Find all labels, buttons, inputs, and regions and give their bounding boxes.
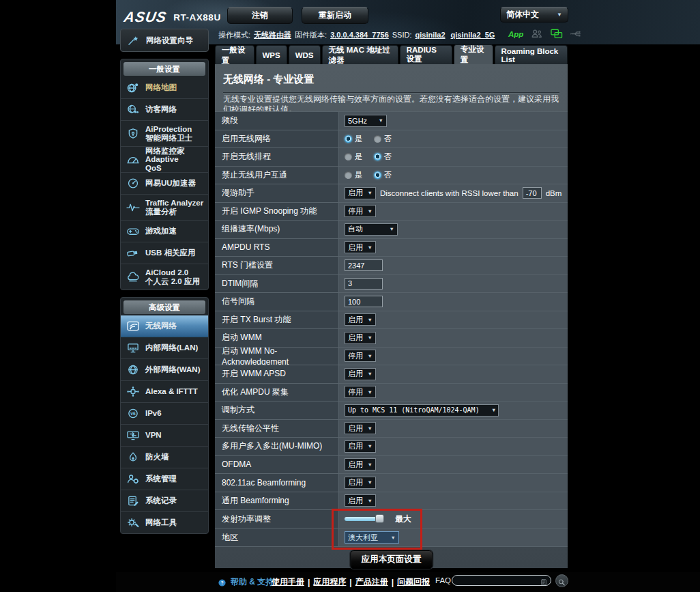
sidebar-item-guest-network[interactable]: 访客网络 — [121, 99, 208, 121]
dropdown[interactable]: 启用▼ — [345, 241, 376, 253]
text-input[interactable]: 2347 — [345, 259, 383, 271]
sidebar-item-system-log[interactable]: 系统记录 — [121, 490, 208, 512]
tab-WDS[interactable]: WDS — [289, 45, 321, 64]
sidebar-item-wan[interactable]: 外部网络(WAN) — [121, 359, 208, 381]
logout-button[interactable]: 注销 — [227, 7, 293, 24]
ssid-value[interactable]: qisinila2_5G — [451, 31, 495, 39]
dropdown[interactable]: 启用▼ — [345, 494, 376, 507]
dropdown[interactable]: 启用▼ — [345, 477, 376, 489]
sidebar-item-usb-app[interactable]: USB 相关应用 — [121, 242, 208, 264]
dropdown[interactable]: 启用▼ — [345, 458, 376, 470]
radio-是[interactable]: 是 — [345, 152, 363, 162]
setting-value: 启用▼ — [339, 239, 568, 257]
dropdown[interactable]: 停用▼ — [345, 350, 376, 362]
text-input[interactable]: 3 — [345, 278, 383, 290]
document-icon — [540, 576, 548, 585]
sidebar-item-aicloud[interactable]: AiCloud 2.0个人云 2.0 应用 — [121, 264, 208, 290]
sidebar-item-label: 网络地图 — [145, 83, 177, 92]
sidebar-item-alexa-ifttt[interactable]: Alexa & IFTTT — [121, 381, 208, 403]
tab-专业设置[interactable]: 专业设置 — [454, 44, 493, 64]
firmware-value[interactable]: 3.0.0.4.384_7756 — [330, 31, 389, 39]
tab-一般设置[interactable]: 一般设置 — [215, 45, 254, 64]
dropdown[interactable]: 启用▼ — [345, 440, 376, 453]
tab-Roaming Block List[interactable]: Roaming Block List — [495, 45, 568, 64]
chevron-down-icon: ▼ — [368, 335, 373, 341]
dropdown[interactable]: 启用▼ — [345, 313, 376, 326]
tab-无线 MAC 地址过滤器[interactable]: 无线 MAC 地址过滤器 — [322, 45, 398, 64]
setting-value: 是否 — [339, 130, 568, 148]
dropdown[interactable]: 自动▼ — [345, 223, 398, 236]
radio-是[interactable]: 是 — [345, 134, 363, 144]
usb-app-icon — [123, 246, 142, 260]
sidebar-item-network-map[interactable]: 网络地图 — [121, 77, 208, 99]
sidebar-item-uu-accelerator[interactable]: 网易UU加速器 — [121, 173, 208, 195]
sidebar-item-wireless[interactable]: 无线网络 — [121, 315, 208, 337]
help-label: 帮助 & 支持 — [231, 576, 274, 588]
setting-label: 启动 WMM — [215, 329, 339, 347]
tab-RADIUS 设置[interactable]: RADIUS 设置 — [400, 45, 452, 64]
dropdown[interactable]: 停用▼ — [345, 386, 376, 398]
chevron-down-icon: ▼ — [368, 190, 373, 196]
sidebar-item-quick-setup-wizard[interactable]: 网络设置向导 — [120, 29, 209, 52]
dropdown[interactable]: Up to MCS 11 (NitroQAM/1024-QAM)▼ — [345, 404, 499, 417]
network-tools-icon — [123, 516, 142, 530]
radio-dot[interactable] — [374, 171, 381, 179]
sidebar-item-lan[interactable]: 内部网络(LAN) — [121, 337, 208, 359]
radio-dot[interactable] — [345, 171, 352, 179]
footer-link-应用程序[interactable]: 应用程序 — [313, 576, 346, 588]
sidebar-item-qos-gauge[interactable]: 网络监控家 AdaptiveQoS — [121, 147, 208, 173]
language-select[interactable]: 简体中文 ▼ — [500, 7, 568, 23]
sidebar-item-ipv6[interactable]: v6IPv6 — [121, 403, 208, 425]
clients-icon[interactable] — [529, 28, 543, 40]
footer-link-使用手册[interactable]: 使用手册 — [272, 576, 304, 588]
app-link[interactable]: App — [508, 30, 523, 38]
faq-search-input[interactable] — [452, 575, 551, 586]
chevron-down-icon: ▼ — [368, 443, 373, 449]
sidebar-item-shield-lock[interactable]: AiProtection智能网络卫士 — [121, 121, 208, 147]
setting-label: 组播速率(Mbps) — [215, 221, 339, 238]
dropdown[interactable]: 启用▼ — [345, 332, 376, 344]
radio-否[interactable]: 否 — [374, 170, 392, 180]
radio-dot[interactable] — [345, 135, 352, 143]
dropdown[interactable]: 启用▼ — [345, 368, 376, 380]
radio-dot[interactable] — [345, 153, 352, 160]
main-panel: 无线网络 - 专业设置 无线专业设置提供您无线网络传输与效率方面的设置。若您没有… — [215, 64, 568, 568]
radio-否[interactable]: 否 — [374, 152, 392, 162]
help-support[interactable]: ? 帮助 & 支持 — [217, 576, 274, 588]
setting-value: 是否 — [339, 167, 568, 184]
page-title: 无线网络 - 专业设置 — [223, 73, 559, 93]
dropdown[interactable]: 停用▼ — [345, 205, 376, 217]
sidebar-item-network-tools[interactable]: 网络工具 — [121, 512, 208, 533]
ssid-value[interactable]: qisinila2 — [415, 31, 446, 39]
dropdown[interactable]: 5GHz▼ — [345, 115, 387, 127]
footer-link-产品注册[interactable]: 产品注册 — [355, 576, 388, 588]
setting-label: 地区 — [215, 528, 339, 546]
setting-row: 无线传输公平性启用▼ — [215, 420, 568, 438]
reboot-button[interactable]: 重新启动 — [302, 7, 368, 24]
media-bridge-icon[interactable] — [549, 28, 563, 40]
text-input[interactable]: -70 — [523, 187, 542, 199]
sidebar-item-firewall[interactable]: 防火墙 — [121, 447, 208, 468]
mode-value[interactable]: 无线路由器 — [254, 30, 291, 40]
apply-button[interactable]: 应用本页面设置 — [350, 550, 433, 569]
sidebar-item-traffic-analyzer[interactable]: Traffic Analyzer流量分析 — [121, 195, 208, 221]
dropdown[interactable]: 启用▼ — [345, 187, 376, 199]
alexa-ifttt-icon — [123, 385, 142, 399]
dropdown[interactable]: 启用▼ — [345, 422, 376, 434]
sidebar-item-system-admin[interactable]: 系统管理 — [121, 468, 208, 490]
text-input[interactable]: 100 — [345, 296, 383, 307]
chevron-down-icon: ▼ — [379, 117, 383, 124]
guest-network-icon — [123, 103, 142, 117]
tab-WPS[interactable]: WPS — [256, 45, 287, 64]
setting-value: 启用▼ — [339, 329, 568, 347]
footer-link-问题回报[interactable]: 问题回报 — [397, 576, 430, 588]
radio-dot[interactable] — [374, 153, 381, 160]
sidebar-item-game-boost[interactable]: 游戏加速 — [121, 221, 208, 242]
search-button[interactable] — [555, 574, 568, 587]
setting-label: 禁止无线用户互通 — [215, 167, 339, 184]
radio-是[interactable]: 是 — [345, 170, 363, 180]
radio-dot[interactable] — [374, 135, 381, 143]
radio-否[interactable]: 否 — [374, 134, 392, 144]
sidebar-item-vpn[interactable]: VPN — [121, 425, 208, 447]
usb-plug-icon[interactable] — [569, 28, 583, 40]
